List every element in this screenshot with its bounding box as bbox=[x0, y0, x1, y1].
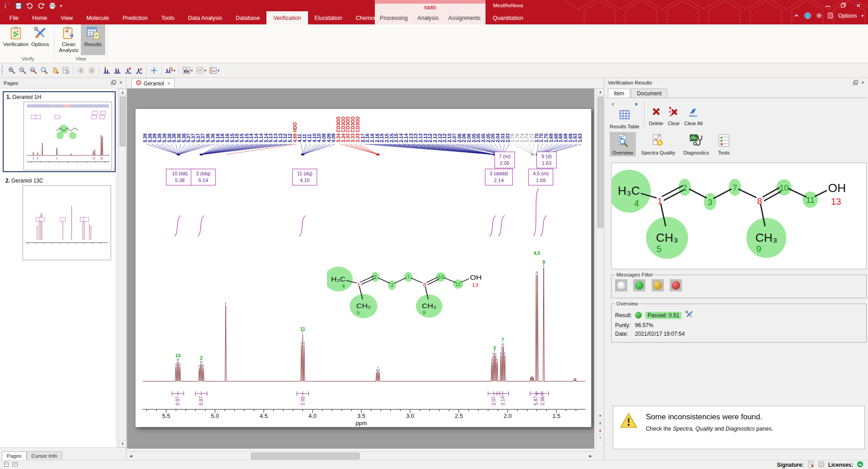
restore-button[interactable] bbox=[835, 0, 851, 10]
ribbon-tab-verification[interactable]: Verification bbox=[266, 11, 308, 24]
view-button-diagnostics[interactable]: Diagnostics bbox=[681, 132, 712, 156]
signature-invalid-icon[interactable] bbox=[807, 461, 814, 469]
pan-icon[interactable] bbox=[50, 66, 61, 75]
float-panel-icon[interactable] bbox=[853, 80, 859, 86]
scroll-right-icon[interactable]: ▶ bbox=[587, 452, 594, 460]
page-icon[interactable] bbox=[4, 461, 9, 469]
peaks-full-icon[interactable] bbox=[101, 66, 112, 75]
ribbon-tab-home[interactable]: Home bbox=[25, 11, 54, 24]
options-dropdown-icon[interactable]: ▾ bbox=[861, 14, 863, 18]
ribbon-tab-assignments[interactable]: Assignments bbox=[447, 15, 483, 21]
zoom-sel-icon[interactable] bbox=[39, 66, 50, 75]
collapse-ribbon-icon[interactable] bbox=[793, 12, 800, 19]
table-view-icon[interactable]: ▾ bbox=[208, 66, 221, 75]
bookmark-icon[interactable] bbox=[4, 2, 11, 9]
scroll-left-icon[interactable]: ◀ bbox=[127, 452, 135, 460]
options-menu[interactable]: Options bbox=[838, 13, 857, 19]
results-button[interactable]: Results bbox=[81, 24, 105, 55]
license-status-icon[interactable] bbox=[857, 461, 863, 469]
document-canvas[interactable]: 5.55.04.54.03.53.02.52.01.5ppm0.970.972.… bbox=[127, 89, 594, 449]
ribbon-tab-processing[interactable]: Processing bbox=[378, 15, 410, 21]
prev-result-icon[interactable] bbox=[610, 100, 615, 108]
delete-button[interactable]: Delete bbox=[649, 100, 663, 126]
signature-card-icon[interactable] bbox=[818, 461, 825, 469]
qat-more-icon[interactable]: ▾ bbox=[60, 4, 62, 8]
close-button[interactable]: × bbox=[851, 0, 866, 10]
page-thumbnail-13c[interactable] bbox=[23, 185, 111, 260]
panel-tab-pages[interactable]: Pages bbox=[2, 451, 27, 460]
prev-gray-icon[interactable] bbox=[75, 66, 86, 75]
page-thumbnail-1h[interactable] bbox=[23, 102, 112, 170]
page-up-icon[interactable]: ⇞ bbox=[597, 420, 604, 427]
ribbon-tab-tools[interactable]: Tools bbox=[154, 11, 181, 24]
view-button-overview[interactable]: Overview bbox=[610, 132, 636, 156]
zoom-in-icon[interactable] bbox=[6, 66, 17, 75]
crosshair-icon[interactable] bbox=[149, 66, 159, 75]
zoom-100-icon[interactable]: xx bbox=[28, 66, 39, 75]
page-down-icon[interactable]: ⇟ bbox=[597, 427, 604, 434]
peaks-region-icon[interactable] bbox=[112, 66, 123, 75]
clean-analysis-button[interactable]: Clean Analysis bbox=[56, 24, 81, 55]
view-button-tests[interactable]: Tests bbox=[714, 132, 733, 156]
configure-result-icon[interactable] bbox=[681, 310, 693, 320]
panel-tab-cursor-info[interactable]: Cursor Info bbox=[27, 451, 62, 460]
clear-all-button[interactable]: Clear All bbox=[684, 100, 703, 126]
scroll-up-icon[interactable]: ▲ bbox=[597, 89, 604, 96]
gear-icon[interactable] bbox=[816, 12, 822, 19]
overlay-disabled-icon[interactable]: ▾ bbox=[194, 66, 208, 75]
minimize-button[interactable] bbox=[820, 0, 835, 10]
scroll-down-icon[interactable]: ▼ bbox=[597, 413, 604, 420]
clear-button[interactable]: Clear bbox=[668, 100, 680, 126]
ribbon-tab-data-analysis[interactable]: Data Analysis bbox=[181, 11, 229, 24]
peak-zoom-icon[interactable]: ▾ bbox=[163, 66, 177, 75]
ribbon-tab-file[interactable]: File bbox=[3, 11, 25, 24]
fit-up-icon[interactable] bbox=[123, 66, 134, 75]
histogram-icon[interactable]: ▾ bbox=[181, 66, 195, 75]
scroll-thumb[interactable] bbox=[120, 97, 126, 146]
filter-failed-button[interactable] bbox=[670, 279, 682, 291]
next-result-icon[interactable] bbox=[634, 100, 639, 108]
vertical-scrollbar[interactable]: ▲ ▼ ⇞ ⇟ • bbox=[596, 89, 604, 449]
page-select-icon[interactable]: • bbox=[597, 434, 604, 441]
view-button-spectra-quality[interactable]: Spectra Quality bbox=[639, 132, 678, 156]
ribbon-tab-database[interactable]: Database bbox=[229, 11, 267, 24]
verification-button[interactable]: Verification bbox=[4, 24, 28, 55]
filter-all-button[interactable] bbox=[615, 279, 627, 291]
scroll-thumb[interactable] bbox=[251, 453, 359, 460]
undo-icon[interactable] bbox=[26, 2, 33, 9]
next-gray-icon[interactable] bbox=[86, 66, 97, 75]
fit-down-icon[interactable] bbox=[134, 66, 145, 75]
print-preview-icon[interactable] bbox=[61, 66, 71, 75]
molecule-structure-main[interactable] bbox=[327, 265, 488, 323]
filter-passed-button[interactable] bbox=[633, 279, 645, 291]
print-icon[interactable] bbox=[49, 2, 56, 9]
close-panel-icon[interactable]: × bbox=[119, 80, 122, 86]
results-table-button[interactable]: Results Table bbox=[610, 100, 639, 129]
scroll-up-icon[interactable]: ▲ bbox=[119, 89, 126, 96]
save-icon[interactable] bbox=[15, 2, 22, 9]
zoom-out-icon[interactable] bbox=[17, 66, 28, 75]
filter-warning-button[interactable] bbox=[652, 279, 664, 291]
pages-scrollbar[interactable]: ▲ ▼ bbox=[118, 89, 126, 447]
scroll-thumb[interactable] bbox=[597, 97, 603, 228]
info-icon[interactable]: i bbox=[804, 12, 811, 19]
verification-tab-document[interactable]: Document bbox=[631, 89, 667, 98]
document-tab-geraniol[interactable]: Geraniol × bbox=[131, 78, 175, 88]
redo-icon[interactable] bbox=[37, 2, 45, 9]
close-panel-icon[interactable]: × bbox=[861, 80, 864, 86]
ribbon-tab-quantitation[interactable]: Quantitation bbox=[485, 11, 531, 24]
page-item-1[interactable]: 1.Geraniol 1H bbox=[3, 91, 116, 172]
scroll-down-icon[interactable]: ▼ bbox=[119, 440, 126, 447]
ribbon-tab-molecule[interactable]: Molecule bbox=[79, 11, 116, 24]
page-item-2[interactable]: 2.Geraniol 13C bbox=[3, 176, 116, 261]
ribbon-tab-analysis[interactable]: Analysis bbox=[415, 15, 440, 21]
spectrum-page[interactable]: 5.55.04.54.03.53.02.52.01.5ppm0.970.972.… bbox=[135, 108, 592, 427]
ribbon-tab-prediction[interactable]: Prediction bbox=[116, 11, 154, 24]
toolbar-handle[interactable] bbox=[2, 66, 4, 75]
float-panel-icon[interactable] bbox=[111, 80, 117, 86]
options-button[interactable]: Options bbox=[28, 24, 52, 55]
horizontal-scrollbar[interactable]: ◀ ▶ bbox=[127, 451, 594, 460]
verification-tab-item[interactable]: Item bbox=[608, 89, 630, 98]
page-icon[interactable] bbox=[12, 461, 18, 469]
ribbon-tab-elucidation[interactable]: Elucidation bbox=[308, 11, 349, 24]
